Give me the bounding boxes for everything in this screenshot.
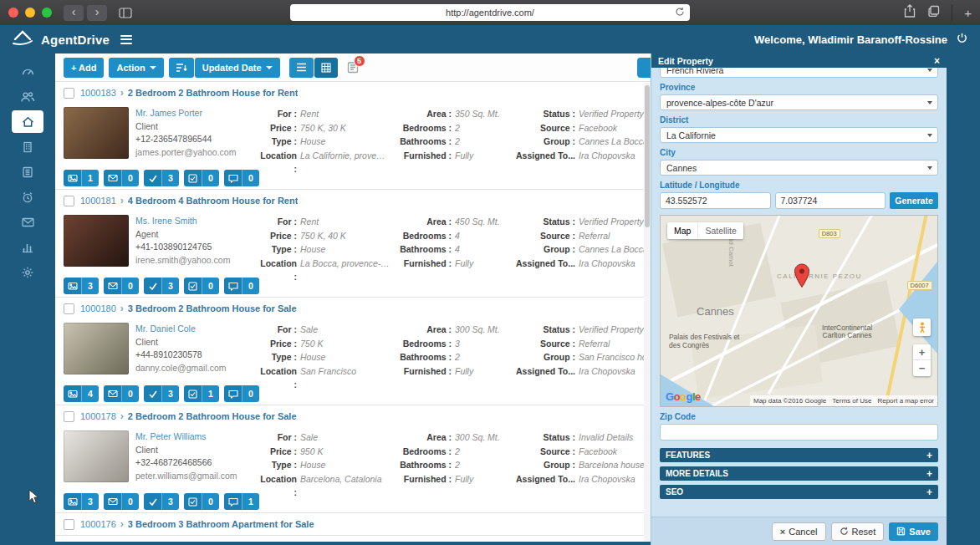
map-zoom-out-button[interactable]: −: [913, 360, 931, 376]
browser-back-button[interactable]: ‹: [64, 5, 84, 21]
checklist-count-button[interactable]: 0: [184, 493, 219, 510]
mail-count-button[interactable]: 0: [104, 170, 139, 186]
sidebar-item-properties[interactable]: [12, 110, 43, 133]
menu-hamburger-icon[interactable]: [120, 35, 132, 44]
list-scrollbar[interactable]: [644, 83, 651, 542]
property-thumbnail[interactable]: [64, 430, 129, 482]
property-title-link[interactable]: 3 Bedroom 3 Bathroom Apartment for Sale: [128, 519, 314, 529]
contact-name-link[interactable]: Mr. James Porter: [135, 107, 248, 120]
row-checkbox[interactable]: [64, 519, 74, 530]
sidebar-item-tasks[interactable]: [12, 186, 43, 208]
sidebar-item-settings[interactable]: [12, 261, 43, 283]
zoom-window-button[interactable]: [42, 8, 52, 18]
minimize-window-button[interactable]: [25, 8, 35, 18]
close-icon[interactable]: ×: [934, 56, 940, 66]
tasks-count-button[interactable]: 3: [144, 278, 179, 294]
new-tab-button[interactable]: +: [964, 6, 972, 20]
property-title-link[interactable]: 2 Bedroom 2 Bathroom House for Sale: [128, 411, 297, 421]
reset-button[interactable]: Reset: [831, 522, 885, 541]
checklist-count-button[interactable]: 1: [184, 385, 219, 402]
address-bar[interactable]: http://agentdrive.com/: [290, 4, 690, 21]
map-marker-pin[interactable]: [794, 263, 809, 292]
add-button[interactable]: + Add: [64, 58, 104, 78]
province-select[interactable]: provence-alpes-côte D'azur: [660, 94, 938, 110]
sidebar-item-mail[interactable]: [12, 211, 43, 233]
row-checkbox[interactable]: [64, 88, 74, 99]
checklist-count-button[interactable]: 0: [184, 170, 219, 186]
tasks-count-button[interactable]: 3: [144, 385, 179, 402]
longitude-input[interactable]: 7.037724: [775, 192, 886, 209]
property-id-link[interactable]: 1000183: [80, 88, 116, 98]
section-features[interactable]: FEATURES+: [660, 448, 938, 462]
section-seo[interactable]: SEO+: [660, 485, 938, 499]
sidebar-item-listings[interactable]: [12, 160, 43, 183]
map-terms-link[interactable]: Terms of Use: [832, 397, 871, 405]
save-button[interactable]: Save: [889, 522, 938, 541]
row-checkbox[interactable]: [64, 196, 74, 206]
city-select[interactable]: Cannes: [660, 160, 938, 176]
mail-count-button[interactable]: 0: [104, 278, 139, 294]
property-id-link[interactable]: 1000176: [80, 519, 116, 529]
contact-name-link[interactable]: Mr. Peter Williams: [135, 430, 248, 444]
tabs-overview-icon[interactable]: [927, 5, 940, 20]
map-widget[interactable]: Map Satellite Cannes CALIFORNIE PEZOU In…: [660, 215, 938, 407]
tasks-count-button[interactable]: 3: [144, 170, 179, 186]
property-thumbnail[interactable]: [64, 215, 129, 267]
property-thumbnail[interactable]: [64, 107, 129, 159]
comments-count-button[interactable]: 0: [224, 385, 259, 402]
list-view-button[interactable]: [289, 58, 314, 78]
mail-count-button[interactable]: 0: [104, 385, 139, 402]
map-type-satellite-button[interactable]: Satellite: [697, 222, 743, 239]
field-label: Assigned To...: [512, 472, 575, 486]
latitude-input[interactable]: 43.552572: [660, 192, 771, 209]
contact-name-link[interactable]: Mr. Daniel Cole: [135, 323, 248, 336]
sort-button[interactable]: [169, 58, 194, 78]
district-select[interactable]: La Californie: [660, 127, 938, 143]
comments-count-button[interactable]: 1: [224, 493, 259, 510]
map-type-map-button[interactable]: Map: [667, 222, 697, 239]
reload-icon[interactable]: [675, 7, 685, 18]
property-id-link[interactable]: 1000180: [80, 303, 116, 313]
browser-forward-button[interactable]: ›: [87, 5, 107, 21]
sidebar-toggle-icon[interactable]: [119, 8, 132, 18]
photos-count-button[interactable]: 3: [64, 493, 99, 510]
street-view-pegman-icon[interactable]: [913, 318, 931, 336]
property-id-link[interactable]: 1000178: [80, 411, 116, 421]
toolbar-overflow-button[interactable]: [637, 58, 651, 78]
comments-count-button[interactable]: 0: [224, 170, 259, 186]
sidebar-item-contacts[interactable]: [12, 85, 43, 108]
sidebar-item-reports[interactable]: [12, 236, 43, 258]
section-more-details[interactable]: MORE DETAILS+: [660, 466, 938, 481]
property-title-link[interactable]: 3 Bedroom 2 Bathroom House for Sale: [128, 303, 297, 313]
action-dropdown[interactable]: Action: [109, 58, 163, 78]
row-checkbox[interactable]: [64, 411, 74, 422]
mail-count-button[interactable]: 0: [104, 493, 139, 510]
photos-count-button[interactable]: 1: [64, 170, 99, 186]
property-id-link[interactable]: 1000181: [80, 196, 116, 206]
map-report-link[interactable]: Report a map error: [877, 397, 934, 405]
tasks-count-button[interactable]: 3: [144, 493, 179, 510]
region-select[interactable]: French Riviera: [660, 68, 938, 78]
property-title-link[interactable]: 2 Bedroom 2 Bathroom House for Rent: [128, 88, 299, 98]
sidebar-item-projects[interactable]: [12, 135, 43, 158]
share-icon[interactable]: [904, 4, 916, 21]
sidebar-item-dashboard[interactable]: [12, 60, 43, 83]
photos-count-button[interactable]: 4: [64, 385, 99, 402]
cancel-button[interactable]: ×Cancel: [772, 522, 826, 541]
generate-button[interactable]: Generate: [890, 192, 938, 209]
saved-items-button[interactable]: 5: [347, 61, 359, 74]
property-thumbnail[interactable]: [64, 323, 129, 374]
brand-name[interactable]: AgentDrive: [41, 33, 110, 47]
map-zoom-in-button[interactable]: +: [913, 344, 931, 360]
photos-count-button[interactable]: 3: [64, 278, 99, 294]
sort-field-dropdown[interactable]: Updated Date: [195, 58, 280, 78]
logout-power-icon[interactable]: [956, 32, 968, 48]
comments-count-button[interactable]: 0: [224, 278, 259, 294]
zip-input[interactable]: [660, 424, 938, 441]
row-checkbox[interactable]: [64, 303, 74, 314]
close-window-button[interactable]: [8, 8, 18, 18]
contact-name-link[interactable]: Ms. Irene Smith: [135, 215, 248, 228]
grid-view-button[interactable]: [314, 58, 338, 78]
property-title-link[interactable]: 4 Bedroom 4 Bathroom House for Rent: [128, 196, 299, 206]
checklist-count-button[interactable]: 0: [184, 278, 219, 294]
